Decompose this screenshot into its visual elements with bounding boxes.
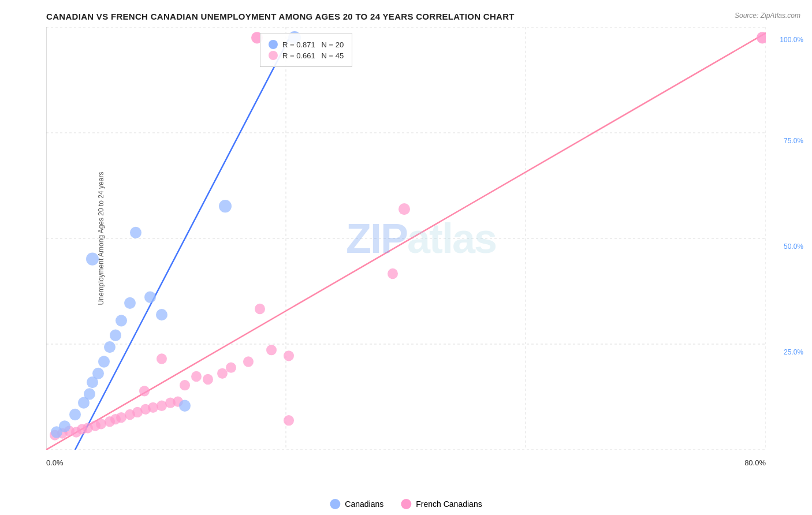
- svg-line-9: [46, 33, 766, 450]
- x-axis-end: 80.0%: [744, 458, 766, 467]
- bottom-legend-label-french: French Canadians: [416, 499, 482, 509]
- legend-french-r: R = 0.661 N = 45: [282, 51, 344, 60]
- svg-point-34: [191, 371, 202, 382]
- legend-item-canadians: R = 0.871 N = 20: [269, 40, 344, 49]
- bottom-legend-french: French Canadians: [401, 499, 482, 509]
- svg-point-47: [69, 409, 81, 420]
- svg-point-57: [86, 252, 99, 265]
- y-axis-25: 25.0%: [784, 348, 803, 356]
- y-axis-100: 100.0%: [780, 36, 803, 44]
- svg-point-60: [156, 309, 167, 320]
- legend-item-french: R = 0.661 N = 45: [269, 51, 344, 60]
- svg-point-37: [266, 345, 277, 355]
- bottom-legend: Canadians French Canadians: [330, 499, 482, 509]
- svg-point-46: [59, 420, 70, 432]
- bottom-legend-circle-canadians: [330, 499, 340, 509]
- svg-point-52: [98, 356, 110, 367]
- svg-point-43: [398, 203, 410, 215]
- svg-point-59: [144, 292, 156, 303]
- svg-point-44: [284, 415, 294, 426]
- scatter-chart: [46, 27, 766, 450]
- svg-point-25: [148, 402, 158, 413]
- bottom-legend-circle-french: [401, 499, 411, 509]
- svg-point-36: [157, 353, 167, 364]
- svg-point-31: [217, 368, 228, 379]
- bottom-legend-canadians: Canadians: [330, 499, 383, 509]
- svg-point-54: [110, 330, 121, 341]
- y-axis-50: 50.0%: [784, 242, 803, 251]
- legend-canadians-r: R = 0.871 N = 20: [282, 40, 344, 49]
- legend-color-french: [269, 51, 278, 60]
- chart-area: ZIPatlas Unemployment Among Ages 20 to 2…: [46, 27, 766, 450]
- svg-point-53: [104, 341, 116, 353]
- svg-point-61: [219, 200, 232, 212]
- y-axis-75: 75.0%: [784, 137, 803, 145]
- svg-point-51: [92, 368, 104, 379]
- svg-point-38: [284, 350, 294, 361]
- svg-point-55: [116, 315, 127, 326]
- svg-point-63: [179, 400, 191, 412]
- svg-point-33: [226, 363, 236, 373]
- legend-color-canadians: [269, 40, 278, 49]
- svg-point-42: [757, 32, 766, 43]
- source-label: Source: ZipAtlas.com: [735, 12, 800, 20]
- svg-point-40: [388, 268, 398, 279]
- svg-point-32: [203, 374, 213, 385]
- svg-point-49: [84, 388, 95, 400]
- svg-point-35: [243, 356, 254, 367]
- bottom-legend-label-canadians: Canadians: [345, 499, 383, 509]
- svg-point-58: [130, 227, 141, 238]
- legend-box: R = 0.871 N = 20 R = 0.661 N = 45: [260, 33, 352, 67]
- svg-point-56: [124, 297, 136, 309]
- svg-point-29: [139, 386, 150, 396]
- svg-point-30: [180, 380, 190, 390]
- chart-title: CANADIAN VS FRENCH CANADIAN UNEMPLOYMENT…: [46, 12, 766, 21]
- svg-point-39: [255, 304, 265, 314]
- chart-container: CANADIAN VS FRENCH CANADIAN UNEMPLOYMENT…: [0, 0, 812, 515]
- x-axis-start: 0.0%: [46, 458, 64, 467]
